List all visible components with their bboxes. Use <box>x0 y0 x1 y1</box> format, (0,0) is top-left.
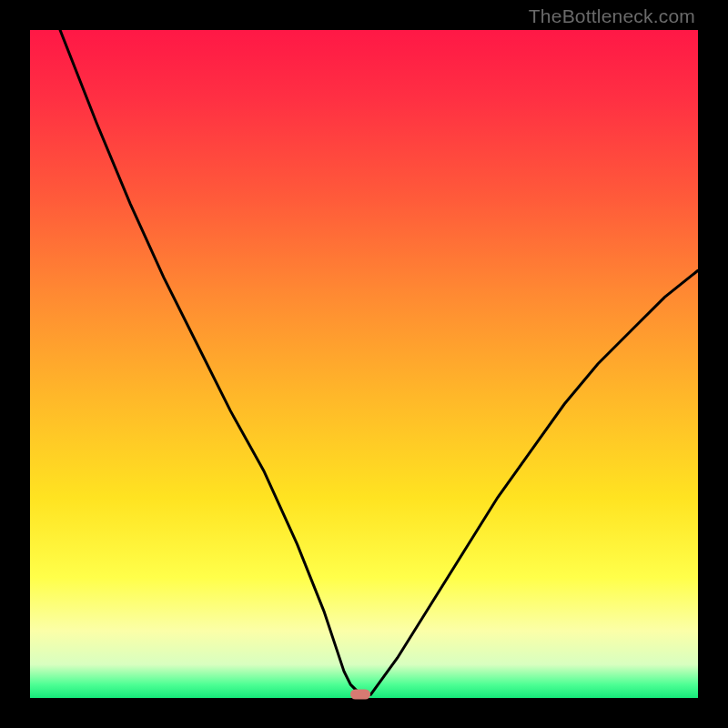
plot-area <box>30 30 698 698</box>
bottleneck-curve <box>60 30 698 694</box>
curve-svg <box>30 30 698 698</box>
minimum-marker <box>350 690 370 700</box>
watermark-text: TheBottleneck.com <box>529 5 695 27</box>
chart-frame: TheBottleneck.com <box>0 0 728 728</box>
